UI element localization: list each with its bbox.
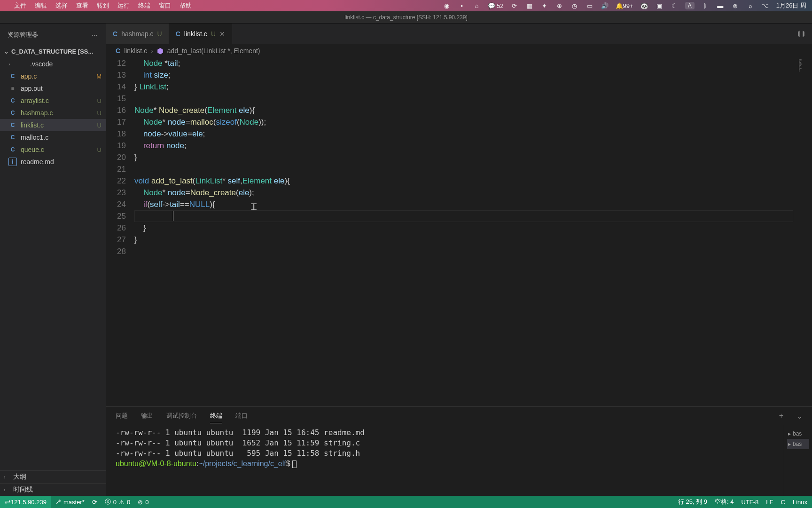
- sidebar: 资源管理器 ⋯ ⌄ C_DATA_STRUCTURE [SS... ›.vsco…: [0, 24, 106, 496]
- terminal-instance[interactable]: ▸bas: [787, 439, 809, 449]
- tree-item[interactable]: Clinklist.cU: [0, 119, 106, 131]
- docker-icon[interactable]: ▣: [655, 1, 664, 10]
- stop-icon[interactable]: ▪: [458, 1, 466, 10]
- branch-icon: ⎇: [54, 499, 61, 506]
- language-mode[interactable]: C: [781, 499, 785, 506]
- scm-badge: U: [157, 30, 162, 38]
- moon-icon[interactable]: ☾: [670, 1, 679, 10]
- indent-setting[interactable]: 空格: 4: [715, 498, 734, 506]
- menu-help[interactable]: 帮助: [180, 1, 192, 10]
- sync-icon[interactable]: ⟳: [92, 499, 97, 506]
- display-icon[interactable]: ▭: [586, 1, 594, 10]
- explorer-title: 资源管理器: [8, 31, 38, 39]
- encoding[interactable]: UTF-8: [742, 499, 759, 506]
- tree-item[interactable]: Cmalloc1.c: [0, 131, 106, 143]
- battery-icon[interactable]: ▬: [716, 1, 725, 10]
- menu-select[interactable]: 选择: [55, 1, 68, 10]
- menu-edit[interactable]: 编辑: [35, 1, 47, 10]
- code-editor[interactable]: 1213141516171819202122232425262728 Node …: [106, 57, 812, 406]
- timeline-label: 时间线: [13, 485, 33, 494]
- tree-item[interactable]: ›.vscode: [0, 58, 106, 70]
- tree-item[interactable]: Carraylist.cU: [0, 95, 106, 107]
- scm-badge: U: [97, 146, 102, 153]
- wechat-icon[interactable]: 💬 52: [488, 2, 504, 9]
- breadcrumb-file[interactable]: linklist.c: [124, 47, 147, 55]
- minimap[interactable]: ██████████████████████████: [798, 57, 812, 406]
- breadcrumb[interactable]: C linklist.c › ⬢ add_to_last(LinkList *,…: [106, 44, 812, 57]
- control-center-icon[interactable]: ⌥: [761, 1, 770, 10]
- wifi-icon[interactable]: ⊚: [731, 1, 740, 10]
- panel-tab[interactable]: 调试控制台: [166, 409, 197, 423]
- terminal-instance[interactable]: ▸bas: [787, 429, 809, 439]
- menu-terminal[interactable]: 终端: [138, 1, 150, 10]
- menu-view[interactable]: 查看: [76, 1, 88, 10]
- tree-item[interactable]: Chashmap.cU: [0, 107, 106, 119]
- window-title: linklist.c — c_data_structure [SSH: 121.…: [0, 11, 812, 24]
- tree-item[interactable]: ireadme.md: [0, 156, 106, 168]
- editor-tab[interactable]: Clinklist.cU✕: [169, 24, 232, 44]
- file-name: app.c: [21, 72, 93, 80]
- search-icon[interactable]: ⌕: [746, 1, 755, 10]
- compare-icon[interactable]: [790, 24, 812, 44]
- text-cursor-icon: Ꮖ: [251, 201, 257, 213]
- clock[interactable]: 1月26日 周: [776, 1, 806, 10]
- c-file-icon: C: [8, 72, 17, 80]
- panda-icon[interactable]: 🐼: [640, 1, 648, 10]
- terminal-icon: ▸: [788, 430, 791, 437]
- tree-item[interactable]: Capp.cM: [0, 70, 106, 82]
- plus-icon[interactable]: +: [779, 412, 783, 420]
- c-file-icon: C: [8, 121, 17, 129]
- app2-icon[interactable]: ▦: [525, 1, 534, 10]
- more-icon[interactable]: ⋯: [92, 32, 99, 39]
- sync-icon[interactable]: ⟳: [510, 1, 519, 10]
- menu-goto[interactable]: 转到: [97, 1, 109, 10]
- terminal-output[interactable]: -rw-rw-r-- 1 ubuntu ubuntu 1199 Jan 15 1…: [106, 425, 784, 496]
- bottom-panel: 问题输出调试控制台终端端口 + ⌄ -rw-rw-r-- 1 ubuntu ub…: [106, 406, 812, 496]
- timer-icon[interactable]: ◷: [570, 1, 579, 10]
- menu-file[interactable]: 文件: [14, 1, 26, 10]
- git-branch[interactable]: ⎇ master*: [54, 499, 85, 506]
- notif-icon[interactable]: 🔔99+: [616, 2, 633, 9]
- eol[interactable]: LF: [766, 499, 773, 506]
- symbol-icon: ⬢: [157, 47, 164, 56]
- panel-tab[interactable]: 终端: [210, 409, 222, 423]
- panel-tab[interactable]: 输出: [141, 409, 153, 423]
- scm-badge: U: [211, 30, 216, 38]
- chevron-right-icon: ›: [4, 487, 9, 492]
- chevron-down-icon[interactable]: ⌄: [796, 412, 803, 421]
- chevron-down-icon: ⌄: [3, 48, 9, 55]
- outline-section[interactable]: › 大纲: [0, 470, 106, 483]
- folder-root[interactable]: ⌄ C_DATA_STRUCTURE [SS...: [0, 46, 106, 57]
- breadcrumb-symbol[interactable]: add_to_last(LinkList *, Element): [167, 47, 260, 55]
- menu-window[interactable]: 窗口: [159, 1, 171, 10]
- broadcast-icon: ⊚: [138, 499, 143, 506]
- c-file-icon: C: [8, 109, 17, 117]
- ports[interactable]: ⊚ 0: [138, 499, 148, 506]
- globe-icon[interactable]: ⊕: [555, 1, 564, 10]
- timeline-section[interactable]: › 时间线: [0, 483, 106, 496]
- bird-icon[interactable]: ✦: [540, 1, 549, 10]
- panel-tab[interactable]: 端口: [235, 409, 248, 423]
- menu-run[interactable]: 运行: [117, 1, 130, 10]
- app-icon[interactable]: ⌂: [473, 1, 481, 10]
- mac-menubar-right: ◉ ▪ ⌂ 💬 52 ⟳ ▦ ✦ ⊕ ◷ ▭ 🔊 🔔99+ 🐼 ▣ ☾ A ᛒ …: [443, 1, 806, 10]
- editor-tab[interactable]: Chashmap.cU: [106, 24, 169, 44]
- cursor-position[interactable]: 行 25, 列 9: [678, 498, 707, 506]
- input-method-icon[interactable]: A: [685, 2, 695, 9]
- folder-icon: [18, 60, 26, 68]
- folder-name: C_DATA_STRUCTURE [SS...: [11, 48, 93, 55]
- terminal-icon: ▸: [788, 441, 791, 447]
- bluetooth-icon[interactable]: ᛒ: [701, 1, 710, 10]
- binary-icon: ≡: [8, 84, 17, 93]
- volume-icon[interactable]: 🔊: [601, 1, 609, 10]
- file-name: readme.md: [21, 158, 102, 166]
- problems-count[interactable]: ⓧ0 ⚠0: [105, 498, 130, 506]
- code-content[interactable]: Node *tail; int size;} LinkList;Node* No…: [134, 57, 798, 406]
- remote-host[interactable]: ⮂ 121.5.90.239: [0, 496, 51, 508]
- tree-item[interactable]: Cqueue.cU: [0, 143, 106, 156]
- close-icon[interactable]: ✕: [219, 30, 225, 38]
- panel-tab[interactable]: 问题: [116, 409, 128, 423]
- os-indicator[interactable]: Linux: [793, 499, 807, 506]
- tree-item[interactable]: ≡app.out: [0, 82, 106, 95]
- record-icon[interactable]: ◉: [443, 1, 451, 10]
